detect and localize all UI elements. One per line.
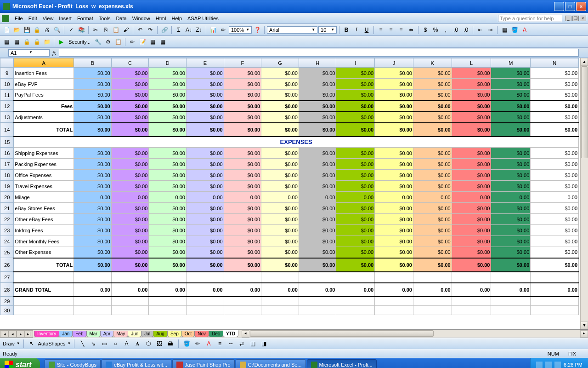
cell[interactable]: $0.00 [261, 258, 299, 272]
cell[interactable] [375, 272, 413, 283]
cell[interactable]: $0.00 [413, 258, 452, 272]
cell[interactable]: $0.00 [452, 214, 491, 225]
cell[interactable]: $0.00 [224, 247, 261, 258]
font-color-button[interactable]: A [520, 25, 529, 34]
select-objects-button[interactable]: ↖ [27, 339, 36, 348]
cell[interactable]: $0.00 [299, 112, 336, 123]
row-header[interactable]: 23 [0, 225, 14, 236]
menu-html[interactable]: Html [153, 15, 169, 22]
cell[interactable]: $0.00 [375, 203, 413, 214]
column-header-N[interactable]: N [531, 58, 579, 68]
cell[interactable]: $0.00 [111, 79, 149, 90]
cell[interactable]: $0.00 [491, 181, 531, 192]
cell[interactable]: Travel Expenses [14, 181, 74, 192]
cell[interactable]: Packing Expenses [14, 159, 74, 170]
help-search-input[interactable] [498, 15, 562, 22]
cell[interactable] [224, 272, 261, 283]
cell[interactable]: 0.00 [74, 192, 112, 203]
cell[interactable]: $0.00 [413, 170, 452, 181]
cell[interactable]: $0.00 [261, 148, 299, 159]
menu-help[interactable]: Help [169, 15, 185, 22]
cell[interactable] [111, 272, 149, 283]
rectangle-button[interactable]: ▭ [100, 339, 109, 348]
new-button[interactable]: 📄 [2, 25, 11, 34]
3d-button[interactable]: ◨ [259, 339, 268, 348]
textbox-button[interactable]: A [122, 339, 131, 348]
font-color-draw-button[interactable]: A [204, 339, 213, 348]
tray-icon[interactable] [536, 362, 543, 368]
system-tray[interactable]: 6:26 PM [530, 358, 588, 368]
start-button[interactable]: start [0, 358, 40, 368]
cell[interactable]: 0.00 [531, 283, 579, 297]
cell[interactable]: 0.00 [336, 283, 375, 297]
cell[interactable]: $0.00 [74, 68, 112, 79]
row-header[interactable]: 19 [0, 181, 14, 192]
tb2-btn[interactable]: 🔧 [93, 37, 102, 46]
cell[interactable]: $0.00 [261, 214, 299, 225]
scroll-right-button[interactable]: ▸ [580, 330, 588, 338]
column-header-L[interactable]: L [452, 58, 491, 68]
cell[interactable]: $0.00 [413, 112, 452, 123]
cell[interactable]: $0.00 [111, 90, 149, 101]
cell[interactable]: 0.00 [491, 283, 531, 297]
oval-button[interactable]: ○ [111, 339, 120, 348]
row-header[interactable]: 18 [0, 170, 14, 181]
cell[interactable]: $0.00 [111, 159, 149, 170]
cell[interactable]: $0.00 [413, 101, 452, 112]
cell[interactable]: $0.00 [491, 112, 531, 123]
cell[interactable]: $0.00 [224, 159, 261, 170]
cell[interactable]: $0.00 [261, 247, 299, 258]
cell[interactable]: Shipping Expenses [14, 148, 74, 159]
cell[interactable]: Other eBay Fees [14, 214, 74, 225]
cell[interactable]: $0.00 [531, 181, 579, 192]
column-header-C[interactable]: C [111, 58, 149, 68]
cell[interactable]: $0.00 [186, 90, 224, 101]
cell[interactable]: Inkfrog Fees [14, 225, 74, 236]
cell[interactable]: $0.00 [261, 90, 299, 101]
cell[interactable] [299, 306, 336, 315]
cell[interactable]: $0.00 [531, 112, 579, 123]
sheet-tab-jun[interactable]: Jun [128, 331, 141, 337]
cell[interactable]: $0.00 [413, 214, 452, 225]
wordart-button[interactable]: 𝐀 [133, 339, 142, 348]
tb2-btn[interactable]: ▦ [12, 37, 21, 46]
cell[interactable]: $0.00 [336, 214, 375, 225]
save-button[interactable]: 💾 [22, 25, 31, 34]
cell[interactable]: $0.00 [531, 225, 579, 236]
column-header-G[interactable]: G [261, 58, 299, 68]
cell[interactable]: $0.00 [452, 90, 491, 101]
cell[interactable]: $0.00 [186, 258, 224, 272]
arrow-style-button[interactable]: ⇄ [237, 339, 246, 348]
dec-indent-button[interactable]: ⇤ [475, 25, 485, 34]
cell[interactable] [149, 306, 187, 315]
cell[interactable]: $0.00 [261, 236, 299, 247]
cell[interactable] [531, 272, 579, 283]
cell[interactable]: $0.00 [452, 181, 491, 192]
cell[interactable]: $0.00 [299, 101, 336, 112]
cell[interactable]: $0.00 [531, 79, 579, 90]
tray-icon[interactable] [545, 362, 552, 368]
menu-insert[interactable]: Insert [56, 15, 74, 22]
cell[interactable]: $0.00 [111, 170, 149, 181]
cell[interactable] [149, 297, 187, 306]
name-box[interactable]: A1▼ [8, 49, 50, 57]
minimize-button[interactable]: _ [554, 2, 564, 11]
cell[interactable]: $0.00 [224, 123, 261, 137]
row-header[interactable]: 9 [0, 68, 14, 79]
cut-button[interactable]: ✂ [91, 25, 100, 34]
row-header[interactable]: 28 [0, 283, 14, 297]
security-button[interactable]: Security... [67, 38, 92, 46]
cell[interactable]: 0.00 [261, 283, 299, 297]
cell[interactable]: $0.00 [149, 79, 187, 90]
taskbar-button[interactable]: eBay Profit & Loss wit... [102, 359, 171, 368]
cell[interactable]: $0.00 [261, 203, 299, 214]
fill-color-draw-button[interactable]: 🪣 [182, 339, 191, 348]
cell[interactable]: 0.00 [491, 192, 531, 203]
cell[interactable]: $0.00 [531, 214, 579, 225]
row-header[interactable]: 17 [0, 159, 14, 170]
cell[interactable]: $0.00 [149, 112, 187, 123]
bold-button[interactable]: B [342, 25, 351, 34]
row-header[interactable]: 22 [0, 214, 14, 225]
cell[interactable]: $0.00 [224, 236, 261, 247]
column-header-B[interactable]: B [74, 58, 112, 68]
